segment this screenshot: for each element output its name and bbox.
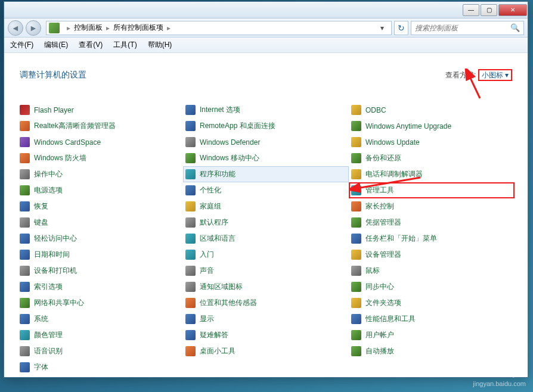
control-panel-item[interactable]: Realtek高清晰音频管理器 xyxy=(17,118,183,134)
control-panel-item[interactable]: Windows Anytime Upgrade xyxy=(349,118,515,134)
control-panel-item[interactable]: 电源选项 xyxy=(17,182,183,198)
item-icon xyxy=(185,330,196,340)
breadcrumb-item[interactable]: 控制面板 xyxy=(74,23,103,33)
item-icon xyxy=(351,201,361,211)
control-panel-item[interactable]: Windows Update xyxy=(349,134,515,150)
control-panel-item[interactable]: 凭据管理器 xyxy=(349,214,515,231)
watermark-url: jingyan.baidu.com xyxy=(449,380,526,387)
control-panel-item[interactable]: 备份和还原 xyxy=(349,150,515,166)
menu-help[interactable]: 帮助(H) xyxy=(148,40,172,50)
minimize-button[interactable]: — xyxy=(463,4,479,16)
control-panel-item[interactable]: 操作中心 xyxy=(17,166,183,182)
control-panel-item[interactable]: 声音 xyxy=(183,263,349,279)
item-icon xyxy=(185,298,196,308)
item-icon xyxy=(20,185,30,195)
item-icon xyxy=(185,137,196,147)
control-panel-item[interactable]: 位置和其他传感器 xyxy=(183,295,349,311)
item-icon xyxy=(20,121,30,131)
control-panel-item[interactable]: Windows Defender xyxy=(183,134,349,150)
control-panel-item[interactable]: 性能信息和工具 xyxy=(349,311,515,327)
control-panel-item[interactable]: 语音识别 xyxy=(17,343,183,359)
control-panel-item[interactable]: 网络和共享中心 xyxy=(17,295,183,311)
back-button[interactable]: ◄ xyxy=(8,20,23,36)
control-panel-item[interactable]: 系统 xyxy=(17,311,183,327)
control-panel-item[interactable]: 管理工具 xyxy=(349,182,515,198)
control-panel-item[interactable]: 桌面小工具 xyxy=(183,343,349,359)
search-input[interactable]: 🔍 xyxy=(411,21,524,35)
menu-edit[interactable]: 编辑(E) xyxy=(44,40,68,50)
item-icon xyxy=(20,217,30,228)
breadcrumb[interactable]: ▸ 控制面板 ▸ 所有控制面板项 ▸ ▾ xyxy=(46,21,392,35)
forward-button[interactable]: ► xyxy=(26,20,41,36)
breadcrumb-separator-icon: ▸ xyxy=(67,24,70,32)
breadcrumb-item[interactable]: 所有控制面板项 xyxy=(113,23,163,33)
item-label: Windows Anytime Upgrade xyxy=(365,122,451,130)
item-icon xyxy=(185,346,196,356)
control-panel-item[interactable]: 鼠标 xyxy=(349,263,515,279)
close-button[interactable]: ✕ xyxy=(498,4,527,16)
item-label: 同步中心 xyxy=(365,282,394,292)
control-panel-item[interactable]: Flash Player xyxy=(17,102,183,118)
control-panel-item[interactable]: 入门 xyxy=(183,247,349,263)
view-by-dropdown[interactable]: 小图标 ▾ xyxy=(478,69,512,81)
control-panel-item[interactable]: Windows 移动中心 xyxy=(183,150,349,166)
breadcrumb-dropdown-icon[interactable]: ▾ xyxy=(380,24,389,32)
control-panel-item[interactable]: 通知区域图标 xyxy=(183,279,349,295)
control-panel-item[interactable]: 默认程序 xyxy=(183,214,349,231)
control-panel-item[interactable]: 字体 xyxy=(17,359,183,375)
control-panel-item[interactable]: 设备管理器 xyxy=(349,247,515,263)
item-label: 轻松访问中心 xyxy=(34,234,77,244)
items-grid: Flash PlayerInternet 选项ODBCRealtek高清晰音频管… xyxy=(17,102,515,375)
control-panel-item[interactable]: Internet 选项 xyxy=(183,102,349,118)
item-icon xyxy=(20,298,30,308)
control-panel-item[interactable]: 文件夹选项 xyxy=(349,295,515,311)
control-panel-item[interactable]: 个性化 xyxy=(183,182,349,198)
control-panel-icon xyxy=(49,23,60,33)
control-panel-item[interactable]: 键盘 xyxy=(17,214,183,231)
item-label: 管理工具 xyxy=(365,185,394,195)
item-label: 通知区域图标 xyxy=(200,282,243,292)
control-panel-item[interactable]: ODBC xyxy=(349,102,515,118)
control-panel-item[interactable]: 家庭组 xyxy=(183,198,349,214)
control-panel-item[interactable]: 显示 xyxy=(183,311,349,327)
item-icon xyxy=(351,250,361,260)
item-label: 家庭组 xyxy=(200,201,221,211)
menu-view[interactable]: 查看(V) xyxy=(79,40,103,50)
control-panel-item[interactable]: 程序和功能 xyxy=(183,166,349,182)
control-panel-item[interactable]: RemoteApp 和桌面连接 xyxy=(183,118,349,134)
control-panel-item[interactable]: 索引选项 xyxy=(17,279,183,295)
item-label: Realtek高清晰音频管理器 xyxy=(34,121,116,131)
item-label: 设备管理器 xyxy=(365,250,401,260)
control-panel-item[interactable]: 电话和调制解调器 xyxy=(349,166,515,182)
control-panel-item[interactable]: Windows 防火墙 xyxy=(17,150,183,166)
item-label: 入门 xyxy=(200,250,214,260)
item-icon xyxy=(185,153,196,163)
control-panel-item[interactable]: 自动播放 xyxy=(349,343,515,359)
control-panel-item[interactable]: 设备和打印机 xyxy=(17,263,183,279)
control-panel-item[interactable]: 轻松访问中心 xyxy=(17,231,183,247)
menu-file[interactable]: 文件(F) xyxy=(10,40,33,50)
control-panel-item[interactable]: 区域和语言 xyxy=(183,231,349,247)
control-panel-item[interactable]: 恢复 xyxy=(17,198,183,214)
control-panel-item[interactable]: Windows CardSpace xyxy=(17,134,183,150)
menu-tools[interactable]: 工具(T) xyxy=(113,40,137,50)
control-panel-item[interactable]: 任务栏和「开始」菜单 xyxy=(349,231,515,247)
control-panel-item[interactable]: 同步中心 xyxy=(349,279,515,295)
search-field[interactable] xyxy=(415,24,510,32)
control-panel-item[interactable]: 日期和时间 xyxy=(17,247,183,263)
item-label: 索引选项 xyxy=(34,282,63,292)
item-icon xyxy=(185,121,196,131)
item-label: Internet 选项 xyxy=(200,105,240,115)
refresh-button[interactable]: ↻ xyxy=(394,21,408,35)
item-label: Windows 移动中心 xyxy=(200,153,259,163)
control-panel-item[interactable]: 家长控制 xyxy=(349,198,515,214)
page-title: 调整计算机的设置 xyxy=(20,70,86,80)
control-panel-item[interactable]: 颜色管理 xyxy=(17,327,183,343)
view-by-label: 查看方式: xyxy=(445,71,476,79)
item-icon xyxy=(185,201,196,211)
control-panel-item[interactable]: 疑难解答 xyxy=(183,327,349,343)
item-icon xyxy=(351,298,361,308)
maximize-button[interactable]: ▢ xyxy=(481,4,497,16)
control-panel-window: — ▢ ✕ ◄ ► ▸ 控制面板 ▸ 所有控制面板项 ▸ ▾ ↻ 🔍 文件(F)… xyxy=(4,1,528,378)
control-panel-item[interactable]: 用户帐户 xyxy=(349,327,515,343)
